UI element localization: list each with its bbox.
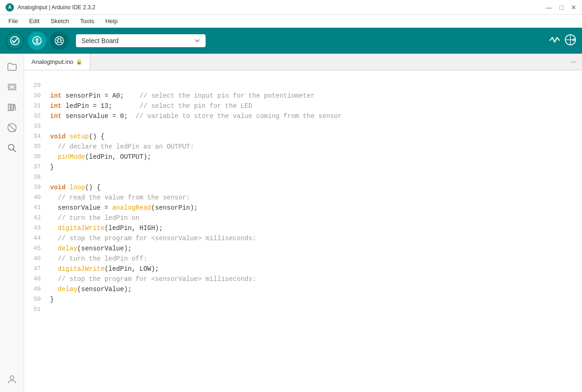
- serial-monitor-icon: [549, 34, 561, 46]
- folder-icon: [7, 62, 17, 72]
- close-button[interactable]: ✕: [571, 4, 576, 11]
- code-line-38: 38: [24, 172, 582, 182]
- chevron-down-icon: [194, 38, 200, 44]
- code-line-31: 31 int ledPin = 13; // select the pin fo…: [24, 101, 582, 111]
- code-line-42: 42 // turn the ledPin on: [24, 213, 582, 223]
- editor-area: AnalogInput.ino 🔒 ··· 29 30 int sensorPi…: [24, 54, 582, 392]
- tab-bar: AnalogInput.ino 🔒 ···: [24, 54, 582, 70]
- tab-lock-icon: 🔒: [76, 59, 82, 65]
- code-line-48: 48 // stop the program for <sensorValue>…: [24, 274, 582, 284]
- sidebar-item-search[interactable]: [3, 139, 21, 157]
- tab-analoginput[interactable]: AnalogInput.ino 🔒: [24, 54, 90, 70]
- main-layout: AnalogInput.ino 🔒 ··· 29 30 int sensorPi…: [0, 54, 582, 392]
- code-line-37: 37 }: [24, 162, 582, 172]
- title-bar: A AnalogInput | Arduino IDE 2.3.2 — □ ✕: [0, 0, 582, 15]
- code-line-35: 35 // declare the ledPin as an OUTPUT:: [24, 142, 582, 152]
- code-line-39: 39 void loop() {: [24, 182, 582, 193]
- user-icon: [7, 374, 17, 384]
- menu-help[interactable]: Help: [100, 17, 122, 25]
- board-selector[interactable]: Select Board: [76, 34, 206, 47]
- board-icon: [7, 82, 17, 92]
- code-editor[interactable]: 29 30 int sensorPin = A0; // select the …: [24, 70, 582, 392]
- menu-bar: File Edit Sketch Tools Help: [0, 15, 582, 28]
- title-bar-left: A AnalogInput | Arduino IDE 2.3.2: [6, 3, 95, 12]
- serial-monitor-button[interactable]: [549, 34, 561, 48]
- library-icon: [7, 102, 17, 112]
- code-line-50: 50 }: [24, 294, 582, 305]
- menu-tools[interactable]: Tools: [75, 17, 99, 25]
- sidebar-item-sketchbook[interactable]: [3, 57, 21, 76]
- board-selector-label: Select Board: [81, 37, 191, 44]
- code-line-46: 46 // turn the ledPin off:: [24, 254, 582, 264]
- debug-icon: [55, 36, 64, 45]
- svg-rect-12: [11, 104, 13, 111]
- upload-icon: [32, 36, 42, 45]
- minimize-button[interactable]: —: [546, 4, 552, 11]
- code-line-47: 47 digitalWrite(ledPin, LOW);: [24, 264, 582, 274]
- svg-line-14: [8, 124, 16, 131]
- code-line-49: 49 delay(sensorValue);: [24, 284, 582, 294]
- sidebar-item-debug[interactable]: [3, 118, 21, 137]
- code-line-28: [24, 70, 582, 81]
- app-title: AnalogInput | Arduino IDE 2.3.2: [18, 4, 95, 11]
- svg-line-16: [13, 149, 16, 152]
- sidebar-item-board[interactable]: [3, 78, 21, 96]
- search-icon: [7, 143, 17, 153]
- tab-more-button[interactable]: ···: [565, 54, 582, 70]
- debug-button[interactable]: [50, 31, 69, 50]
- tab-filename: AnalogInput.ino: [31, 58, 73, 65]
- svg-point-4: [55, 37, 63, 45]
- code-line-36: 36 pinMode(ledPin, OUTPUT);: [24, 152, 582, 162]
- sidebar-item-user[interactable]: [3, 370, 21, 388]
- menu-edit[interactable]: Edit: [25, 17, 44, 25]
- verify-button[interactable]: [6, 31, 24, 50]
- code-line-51: 51: [24, 305, 582, 315]
- menu-sketch[interactable]: Sketch: [46, 17, 74, 25]
- serial-plotter-icon: [564, 34, 576, 46]
- code-line-33: 33: [24, 121, 582, 131]
- window-controls: — □ ✕: [546, 4, 576, 11]
- code-line-45: 45 delay(sensorValue);: [24, 243, 582, 254]
- menu-file[interactable]: File: [4, 17, 23, 25]
- debug2-icon: [7, 123, 17, 133]
- code-line-29: 29: [24, 81, 582, 91]
- code-line-43: 43 digitalWrite(ledPin, HIGH);: [24, 223, 582, 233]
- svg-point-17: [10, 376, 14, 380]
- serial-plotter-button[interactable]: [564, 34, 576, 48]
- code-line-40: 40 // read the value from the sensor:: [24, 193, 582, 203]
- svg-rect-10: [10, 86, 14, 88]
- toolbar: Select Board: [0, 28, 582, 54]
- code-line-34: 34 void setup() {: [24, 131, 582, 142]
- svg-rect-11: [8, 104, 10, 111]
- sidebar: [0, 54, 24, 392]
- verify-icon: [10, 36, 19, 45]
- code-line-30: 30 int sensorPin = A0; // select the inp…: [24, 91, 582, 101]
- sidebar-item-library[interactable]: [3, 98, 21, 117]
- upload-button[interactable]: [28, 31, 46, 50]
- code-line-41: 41 sensorValue = analogRead(sensorPin);: [24, 203, 582, 213]
- code-line-44: 44 // stop the program for <sensorValue>…: [24, 233, 582, 243]
- code-line-32: 32 int sensorValue = 0; // variable to s…: [24, 111, 582, 121]
- app-logo: A: [6, 3, 14, 12]
- toolbar-right: [549, 34, 576, 48]
- maximize-button[interactable]: □: [560, 4, 563, 11]
